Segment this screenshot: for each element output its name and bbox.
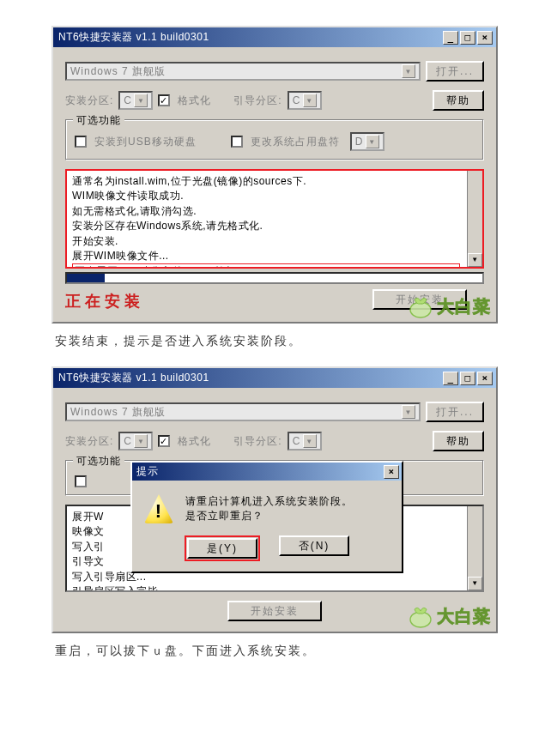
- yes-highlight: 是(Y): [185, 535, 260, 561]
- maximize-icon[interactable]: □: [460, 372, 475, 385]
- svg-point-1: [410, 612, 431, 627]
- help-button[interactable]: 帮助: [433, 431, 484, 451]
- minimize-icon[interactable]: _: [443, 31, 458, 45]
- log-line: 引导扇区写入完毕.: [72, 584, 477, 592]
- progress-fill: [67, 274, 105, 282]
- log-line: 正在展开WIM映像文件: 9% (剩余 1:49 mins): [72, 263, 460, 269]
- format-label: 格式化: [178, 434, 211, 449]
- log-line: WIM映像文件读取成功.: [72, 189, 477, 203]
- log-line: 开始安装.: [72, 234, 477, 249]
- watermark-text: 大白菜: [437, 295, 491, 318]
- log-line: 如无需格式化,请取消勾选.: [72, 204, 477, 219]
- close-icon[interactable]: ×: [384, 465, 399, 479]
- scrollbar[interactable]: ▼: [467, 506, 482, 590]
- minimize-icon[interactable]: _: [443, 372, 458, 385]
- options-fieldset: 可选功能 安装到USB移动硬盘 更改系统占用盘符 D ▼: [65, 119, 484, 160]
- chevron-down-icon[interactable]: ▼: [303, 94, 317, 107]
- scroll-down-icon[interactable]: ▼: [468, 253, 482, 267]
- confirm-dialog: 提示 × ! 请重启计算机进入系统安装阶段。 是否立即重启？ 是(Y) 否(N): [130, 461, 403, 573]
- install-part-label: 安装分区:: [65, 434, 113, 449]
- titlebar[interactable]: NT6快捷安装器 v1.1 build0301 _ □ ×: [53, 368, 496, 388]
- caption-1: 安装结束，提示是否进入系统安装阶段。: [55, 334, 506, 349]
- boot-part-label: 引导分区:: [233, 434, 282, 449]
- cabbage-icon: [408, 296, 433, 318]
- scroll-down-icon[interactable]: ▼: [468, 577, 482, 590]
- svg-point-0: [410, 302, 431, 318]
- log-line: 安装分区存在Windows系统,请先格式化.: [72, 219, 477, 233]
- scrollbar[interactable]: ▼: [467, 171, 482, 267]
- open-button[interactable]: 打开...: [426, 402, 484, 422]
- usb-label: 安装到USB移动硬盘: [94, 135, 197, 149]
- install-part-label: 安装分区:: [65, 94, 113, 108]
- open-button[interactable]: 打开...: [426, 61, 484, 82]
- installing-label: 正在安装: [65, 291, 144, 311]
- format-label: 格式化: [178, 94, 211, 108]
- log-area: 通常名为install.wim,位于光盘(镜像)的sources下. WIM映像…: [65, 169, 484, 269]
- fieldset-title: 可选功能: [73, 454, 124, 469]
- yes-button[interactable]: 是(Y): [187, 538, 257, 559]
- edition-select[interactable]: Windows 7 旗舰版 ▼: [65, 402, 421, 421]
- format-checkbox[interactable]: ✓: [158, 94, 170, 106]
- edition-text: Windows 7 旗舰版: [70, 64, 166, 79]
- format-checkbox[interactable]: ✓: [158, 435, 170, 447]
- titlebar[interactable]: NT6快捷安装器 v1.1 build0301 _ □ ×: [53, 27, 496, 47]
- usb-checkbox[interactable]: [75, 136, 87, 148]
- boot-drive-select[interactable]: C ▼: [288, 91, 322, 110]
- warning-icon: !: [144, 494, 173, 523]
- cabbage-icon: [408, 606, 433, 628]
- install-drive-select[interactable]: C ▼: [118, 432, 153, 451]
- watermark: 大白菜: [408, 295, 491, 318]
- watermark: 大白菜: [408, 605, 491, 628]
- chevron-down-icon[interactable]: ▼: [303, 434, 317, 448]
- dialog-title: 提示: [136, 464, 382, 479]
- title-text: NT6快捷安装器 v1.1 build0301: [58, 30, 441, 45]
- log-line: 展开WIM映像文件...: [72, 249, 477, 263]
- dialog-titlebar[interactable]: 提示 ×: [132, 463, 402, 481]
- dialog-message: 请重启计算机进入系统安装阶段。 是否立即重启？: [185, 494, 353, 523]
- title-text: NT6快捷安装器 v1.1 build0301: [58, 371, 441, 385]
- chevron-down-icon[interactable]: ▼: [366, 135, 379, 148]
- caption-2: 重启，可以拔下ｕ盘。下面进入系统安装。: [55, 644, 506, 659]
- chevron-down-icon[interactable]: ▼: [402, 405, 415, 419]
- close-icon[interactable]: ×: [477, 31, 493, 45]
- edition-text: Windows 7 旗舰版: [70, 405, 166, 420]
- drive-letter-checkbox[interactable]: [231, 136, 243, 148]
- installer-window-1: NT6快捷安装器 v1.1 build0301 _ □ × Windows 7 …: [51, 26, 498, 324]
- log-line: 通常名为install.wim,位于光盘(镜像)的sources下.: [72, 174, 477, 189]
- dialog-line-2: 是否立即重启？: [185, 509, 353, 523]
- dialog-line-1: 请重启计算机进入系统安装阶段。: [185, 494, 353, 509]
- chevron-down-icon[interactable]: ▼: [402, 64, 415, 78]
- start-install-button[interactable]: 开始安装: [227, 601, 322, 621]
- boot-drive-select[interactable]: C ▼: [288, 432, 322, 451]
- maximize-icon[interactable]: □: [460, 31, 475, 45]
- edition-select[interactable]: Windows 7 旗舰版 ▼: [65, 62, 421, 81]
- close-icon[interactable]: ×: [477, 372, 493, 385]
- watermark-text: 大白菜: [437, 605, 491, 628]
- chevron-down-icon[interactable]: ▼: [134, 94, 148, 107]
- drive-letter-select[interactable]: D ▼: [350, 132, 384, 151]
- fieldset-title: 可选功能: [73, 113, 124, 128]
- progress-bar: [65, 272, 484, 284]
- boot-part-label: 引导分区:: [233, 94, 282, 108]
- help-button[interactable]: 帮助: [433, 90, 484, 111]
- chevron-down-icon[interactable]: ▼: [134, 434, 148, 448]
- drive-letter-label: 更改系统占用盘符: [251, 135, 340, 149]
- install-drive-select[interactable]: C ▼: [118, 91, 153, 110]
- usb-checkbox[interactable]: [75, 475, 87, 487]
- installer-window-2: NT6快捷安装器 v1.1 build0301 _ □ × Windows 7 …: [51, 366, 498, 633]
- no-button[interactable]: 否(N): [279, 535, 349, 556]
